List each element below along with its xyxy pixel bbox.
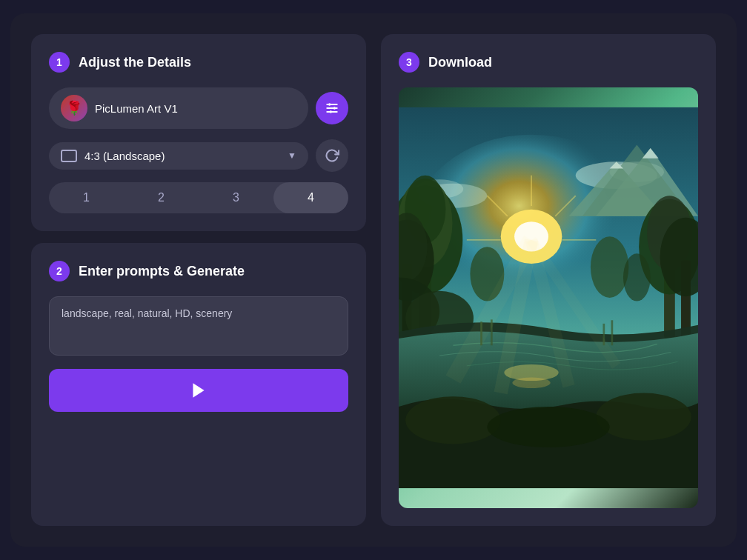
prompts-card: 2 Enter prompts & Generate	[31, 243, 366, 526]
count-2[interactable]: 2	[124, 182, 199, 213]
model-name: PicLumen Art V1	[95, 102, 178, 115]
generated-image[interactable]	[399, 87, 698, 508]
count-row: 1 2 3 4	[49, 182, 348, 213]
section1-title: Adjust the Details	[79, 55, 191, 70]
step2-badge: 2	[49, 261, 70, 281]
svg-point-43	[512, 377, 550, 388]
count-3[interactable]: 3	[199, 182, 273, 213]
aspect-selector[interactable]: 4:3 (Landscape) ▼	[49, 142, 308, 170]
count-4[interactable]: 4	[273, 182, 348, 213]
svg-marker-6	[193, 383, 204, 398]
aspect-label: 4:3 (Landscape)	[84, 150, 165, 162]
settings-button[interactable]	[316, 92, 348, 124]
step3-badge: 3	[399, 52, 419, 73]
chevron-down-icon: ▼	[288, 150, 296, 161]
app-container: 1 Adjust the Details 🌹 PicLumen Art V1	[10, 13, 737, 547]
svg-rect-47	[611, 320, 613, 345]
svg-point-49	[596, 393, 691, 441]
section2-header: 2 Enter prompts & Generate	[49, 261, 348, 281]
right-panel: 3 Download	[381, 34, 716, 526]
step1-badge: 1	[49, 52, 70, 73]
generate-button[interactable]	[49, 369, 348, 412]
download-card: 3 Download	[381, 34, 716, 526]
svg-point-5	[330, 110, 332, 113]
section3-header: 3 Download	[399, 52, 698, 73]
svg-point-50	[487, 407, 609, 447]
prompt-input[interactable]	[49, 296, 348, 356]
svg-point-3	[328, 103, 331, 105]
count-1[interactable]: 1	[49, 182, 124, 213]
aspect-icon	[61, 150, 77, 162]
svg-point-39	[623, 253, 651, 301]
landscape-svg	[399, 87, 698, 508]
adjust-details-card: 1 Adjust the Details 🌹 PicLumen Art V1	[31, 34, 366, 231]
refresh-button[interactable]	[316, 139, 348, 172]
left-panel: 1 Adjust the Details 🌹 PicLumen Art V1	[31, 34, 366, 526]
section1-header: 1 Adjust the Details	[49, 52, 348, 73]
svg-point-48	[405, 396, 501, 444]
model-row: 🌹 PicLumen Art V1	[49, 87, 348, 129]
aspect-row: 4:3 (Landscape) ▼	[49, 139, 348, 172]
svg-point-4	[333, 107, 336, 109]
svg-point-38	[591, 236, 628, 298]
section2-title: Enter prompts & Generate	[79, 264, 245, 279]
model-selector[interactable]: 🌹 PicLumen Art V1	[49, 87, 308, 129]
model-icon: 🌹	[61, 95, 87, 121]
section3-title: Download	[428, 55, 492, 70]
